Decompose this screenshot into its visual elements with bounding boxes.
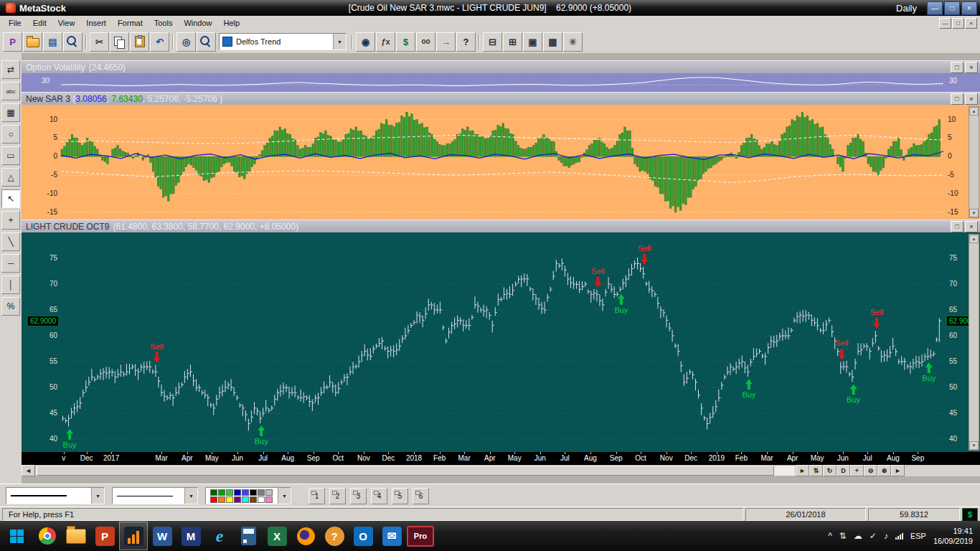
mdi-close-button[interactable]: × — [965, 18, 977, 29]
volatility-panel-titlebar[interactable]: Option Volatility (24.4650) □ × — [22, 60, 980, 75]
panel-vertical-scrollbar[interactable]: ▲▼ — [969, 106, 979, 218]
chart-view-5-button[interactable]: 5 — [392, 488, 408, 504]
percent-retracement-tool[interactable]: % — [1, 297, 20, 316]
crosshair-tool[interactable]: + — [1, 211, 20, 230]
menu-view[interactable]: View — [52, 17, 81, 29]
volatility-chart[interactable]: 3030 — [22, 73, 980, 92]
taskbar-powerpoint-icon[interactable]: P — [90, 522, 119, 550]
color-swatch[interactable] — [234, 496, 241, 503]
scrollbar-track[interactable] — [35, 465, 796, 476]
vertical-scale-button[interactable]: ⇅ — [809, 465, 823, 476]
mdi-minimize-button[interactable]: — — [939, 18, 951, 29]
menu-format[interactable]: Format — [112, 17, 149, 29]
tray-network-icon[interactable] — [895, 533, 903, 540]
zoom-out-button[interactable]: ⊖ — [864, 465, 877, 476]
combo-dropdown-arrow[interactable]: ▼ — [91, 488, 104, 504]
vertical-line-tool[interactable]: │ — [1, 276, 20, 294]
color-swatch[interactable] — [226, 496, 233, 503]
line-weight-select[interactable]: ▼ — [6, 487, 105, 504]
price-chart[interactable]: BuySellBuySellBuySellBuySellBuySellBuy75… — [22, 232, 980, 452]
chart-view-1-button[interactable]: 1 — [308, 488, 325, 504]
minimize-button[interactable]: — — [927, 1, 943, 15]
periodicity-daily-button[interactable]: D — [837, 465, 850, 476]
pan-mode-button[interactable]: + — [850, 465, 864, 476]
chart-view-2-button[interactable]: 2 — [329, 488, 346, 504]
taskbar-ie-icon[interactable]: e — [205, 522, 234, 550]
tray-updown-icon[interactable]: ⇅ — [839, 531, 847, 541]
color-swatch[interactable] — [210, 496, 217, 503]
reload-data-button[interactable]: ↻ — [823, 465, 837, 476]
combo-dropdown-arrow[interactable]: ▼ — [333, 34, 346, 50]
color-swatch[interactable] — [242, 496, 249, 503]
color-swatch[interactable] — [250, 496, 257, 503]
indicator-builder-button[interactable]: ƒx — [376, 32, 395, 52]
taskbar-mail-icon[interactable]: ✉ — [377, 522, 406, 550]
color-swatch[interactable] — [218, 489, 225, 496]
forecaster-arrow-button[interactable]: → — [436, 32, 456, 52]
cut-button[interactable]: ✂ — [90, 32, 109, 52]
taskbar-outlook-icon[interactable]: O — [349, 522, 377, 550]
color-swatch[interactable] — [258, 489, 265, 496]
chart-view-6-button[interactable]: 6 — [413, 488, 429, 504]
mdi-restore-button[interactable]: □ — [952, 18, 964, 29]
panel-restore-button[interactable]: □ — [951, 93, 963, 105]
line-style-select[interactable]: ▼ — [112, 487, 198, 504]
tray-expand-chevron[interactable]: ^ — [828, 531, 832, 541]
indicator-grid-tool[interactable]: ▦ — [1, 103, 20, 122]
copy-button[interactable] — [110, 32, 129, 52]
sar-panel-titlebar[interactable]: New SAR 3 (3.08056, 7.63430, 5.25706, -5… — [22, 92, 980, 106]
menu-file[interactable]: File — [3, 17, 27, 29]
pane-splitter-tool[interactable]: ⇄ — [1, 60, 20, 79]
rectangle-tool[interactable]: ▭ — [1, 146, 20, 165]
scanner-binoculars-button[interactable]: oo — [416, 32, 435, 52]
tile-grid-button[interactable]: ▦ — [543, 32, 562, 52]
tray-volume-icon[interactable]: ♪ — [884, 531, 888, 541]
print-preview-button[interactable] — [63, 32, 83, 52]
taskbar-calculator-icon[interactable] — [234, 522, 263, 550]
taskbar-pro-icon[interactable]: Pro — [406, 522, 435, 550]
scroll-right-arrow[interactable]: ► — [796, 465, 809, 476]
color-swatch[interactable] — [218, 496, 225, 503]
page-forward-button[interactable]: ► — [891, 465, 905, 476]
indicator-select[interactable]: Delfos Trend▼ — [219, 33, 347, 50]
tray-security-icon[interactable]: ✓ — [870, 531, 877, 541]
scroll-up-arrow[interactable]: ▲ — [969, 107, 979, 116]
color-select[interactable]: ▼ — [205, 487, 291, 504]
scroll-down-arrow[interactable]: ▼ — [969, 209, 979, 217]
undo-button[interactable]: ↶ — [150, 32, 169, 52]
maximize-button[interactable]: □ — [944, 1, 960, 15]
paste-button[interactable] — [130, 32, 149, 52]
trendline-tool[interactable]: ╲ — [1, 232, 20, 251]
scroll-left-arrow[interactable]: ◄ — [22, 465, 35, 476]
panel-restore-button[interactable]: □ — [951, 62, 963, 73]
price-panel-titlebar[interactable]: LIGHT CRUDE OCT9 (61.4800, 63.3800, 58.7… — [22, 220, 980, 234]
chart-layout-button[interactable]: ▤ — [43, 32, 62, 52]
ellipse-tool[interactable]: ○ — [1, 125, 20, 143]
tile-columns-button[interactable]: ⊞ — [503, 32, 522, 52]
taskbar-chrome-icon[interactable] — [33, 522, 62, 550]
color-swatch[interactable] — [265, 489, 273, 496]
zoom-in-button[interactable]: ⊕ — [877, 465, 891, 476]
money-button[interactable]: $ — [962, 508, 978, 522]
close-button[interactable]: × — [961, 1, 977, 15]
taskbar-explorer-icon[interactable] — [62, 522, 90, 550]
taskbar-metastock-m-icon[interactable]: M — [176, 522, 205, 550]
color-swatch[interactable] — [210, 489, 217, 496]
open-chart-button[interactable] — [23, 32, 42, 52]
scrollbar-thumb[interactable] — [37, 466, 774, 476]
pointer-tool[interactable]: ↖ — [1, 189, 20, 208]
chart-view-3-button[interactable]: 3 — [350, 488, 367, 504]
taskbar-clock[interactable]: 19:4116/09/2019 — [933, 526, 973, 547]
expert-advisor-button[interactable]: $ — [396, 32, 415, 52]
tile-rows-button[interactable]: ⊟ — [483, 32, 502, 52]
sar-chart[interactable]: 10105500-5-5-10-10-15-15▲▼ — [22, 105, 980, 220]
zoom-chart-button[interactable] — [197, 32, 216, 52]
scroll-down-arrow[interactable]: ▼ — [969, 441, 979, 450]
crosshair-button[interactable]: ◎ — [176, 32, 196, 52]
taskbar-firefox-icon[interactable] — [291, 522, 320, 550]
menu-help[interactable]: Help — [218, 17, 246, 29]
color-swatch[interactable] — [242, 489, 249, 496]
color-swatch[interactable] — [226, 489, 233, 496]
triangle-tool[interactable]: △ — [1, 168, 20, 187]
language-indicator[interactable]: ESP — [910, 532, 926, 540]
